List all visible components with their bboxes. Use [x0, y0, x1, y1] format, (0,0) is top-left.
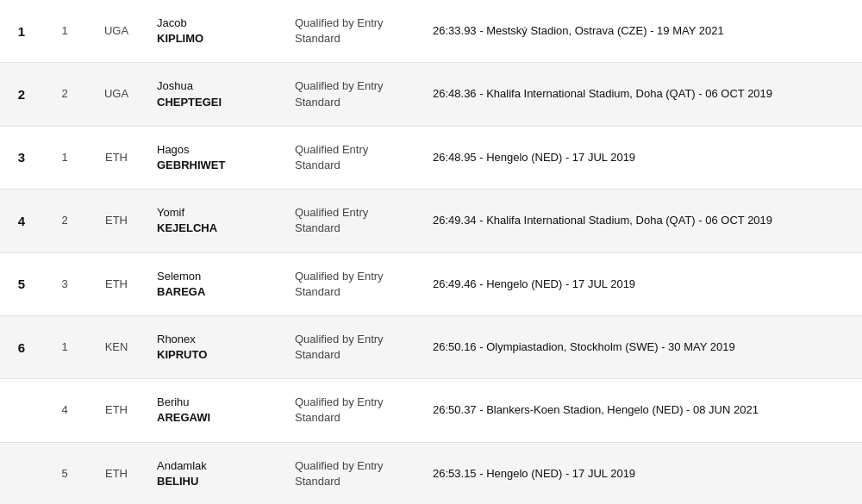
first-name: Rhonex: [157, 333, 196, 345]
position-cell: 5: [43, 442, 86, 504]
qualification-cell: Qualified by Entry Standard: [284, 0, 422, 63]
qualification-cell: Qualified by Entry Standard: [284, 379, 422, 442]
last-name: BELIHU: [157, 475, 198, 488]
results-table: 1 1 UGA Jacob KIPLIMO Qualified by Entry…: [0, 0, 862, 504]
performance-cell: 26:50.16 - Olympiastadion, Stockholm (SW…: [422, 315, 862, 378]
performance-cell: 26:50.37 - Blankers-Koen Stadion, Hengel…: [422, 379, 862, 442]
table-row: 3 1 ETH Hagos GEBRHIWET Qualified Entry …: [0, 126, 862, 189]
nationality-cell: UGA: [86, 63, 147, 126]
qualification-cell: Qualified Entry Standard: [284, 126, 422, 189]
first-name: Yomif: [157, 206, 184, 219]
name-cell: Rhonex KIPRUTO: [147, 315, 284, 378]
last-name: KEJELCHA: [157, 221, 217, 234]
table-row: 4 ETH Berihu AREGAWI Qualified by Entry …: [0, 379, 862, 442]
first-name: Joshua: [157, 79, 193, 92]
position-cell: 3: [43, 252, 86, 315]
qualification-cell: Qualified Entry Standard: [284, 190, 422, 252]
name-cell: Hagos GEBRHIWET: [147, 126, 284, 189]
table-row: 5 ETH Andamlak BELIHU Qualified by Entry…: [0, 442, 862, 504]
position-cell: 4: [43, 379, 86, 442]
qualification-cell: Qualified by Entry Standard: [284, 442, 422, 504]
rank-cell: [0, 379, 43, 442]
last-name: BAREGA: [157, 285, 205, 298]
rank-cell: 6: [0, 315, 43, 378]
performance-cell: 26:48.36 - Khalifa International Stadium…: [422, 63, 862, 126]
qualification-cell: Qualified by Entry Standard: [284, 63, 422, 126]
position-cell: 1: [43, 126, 86, 189]
rank-cell: 5: [0, 252, 43, 315]
rank-cell: [0, 442, 43, 504]
rank-cell: 2: [0, 63, 43, 126]
nationality-cell: ETH: [86, 190, 147, 252]
last-name: CHEPTEGEI: [157, 96, 222, 109]
table-row: 2 2 UGA Joshua CHEPTEGEI Qualified by En…: [0, 63, 862, 126]
qualification-cell: Qualified by Entry Standard: [284, 252, 422, 315]
name-cell: Andamlak BELIHU: [147, 442, 284, 504]
nationality-cell: ETH: [86, 126, 147, 189]
last-name: KIPRUTO: [157, 348, 207, 361]
name-cell: Jacob KIPLIMO: [147, 0, 284, 63]
rank-cell: 4: [0, 190, 43, 252]
performance-cell: 26:53.15 - Hengelo (NED) - 17 JUL 2019: [422, 442, 862, 504]
last-name: AREGAWI: [157, 411, 210, 424]
nationality-cell: ETH: [86, 252, 147, 315]
first-name: Berihu: [157, 395, 190, 408]
first-name: Andamlak: [157, 459, 207, 472]
last-name: KIPLIMO: [157, 32, 203, 45]
name-cell: Joshua CHEPTEGEI: [147, 63, 284, 126]
nationality-cell: ETH: [86, 379, 147, 442]
first-name: Jacob: [157, 16, 187, 29]
nationality-cell: ETH: [86, 442, 147, 504]
name-cell: Berihu AREGAWI: [147, 379, 284, 442]
rank-cell: 3: [0, 126, 43, 189]
performance-cell: 26:33.93 - Mestský Stadion, Ostrava (CZE…: [422, 0, 862, 63]
last-name: GEBRHIWET: [157, 159, 225, 171]
performance-cell: 26:49.34 - Khalifa International Stadium…: [422, 190, 862, 252]
position-cell: 1: [43, 315, 86, 378]
position-cell: 2: [43, 190, 86, 252]
first-name: Hagos: [157, 143, 190, 156]
rank-cell: 1: [0, 0, 43, 63]
table-row: 5 3 ETH Selemon BAREGA Qualified by Entr…: [0, 252, 862, 315]
qualification-cell: Qualified by Entry Standard: [284, 315, 422, 378]
table-row: 1 1 UGA Jacob KIPLIMO Qualified by Entry…: [0, 0, 862, 63]
performance-cell: 26:49.46 - Hengelo (NED) - 17 JUL 2019: [422, 252, 862, 315]
nationality-cell: KEN: [86, 315, 147, 378]
nationality-cell: UGA: [86, 0, 147, 63]
first-name: Selemon: [157, 270, 201, 283]
position-cell: 1: [43, 0, 86, 63]
performance-cell: 26:48.95 - Hengelo (NED) - 17 JUL 2019: [422, 126, 862, 189]
name-cell: Yomif KEJELCHA: [147, 190, 284, 252]
position-cell: 2: [43, 63, 86, 126]
name-cell: Selemon BAREGA: [147, 252, 284, 315]
table-row: 6 1 KEN Rhonex KIPRUTO Qualified by Entr…: [0, 315, 862, 378]
table-row: 4 2 ETH Yomif KEJELCHA Qualified Entry S…: [0, 190, 862, 252]
